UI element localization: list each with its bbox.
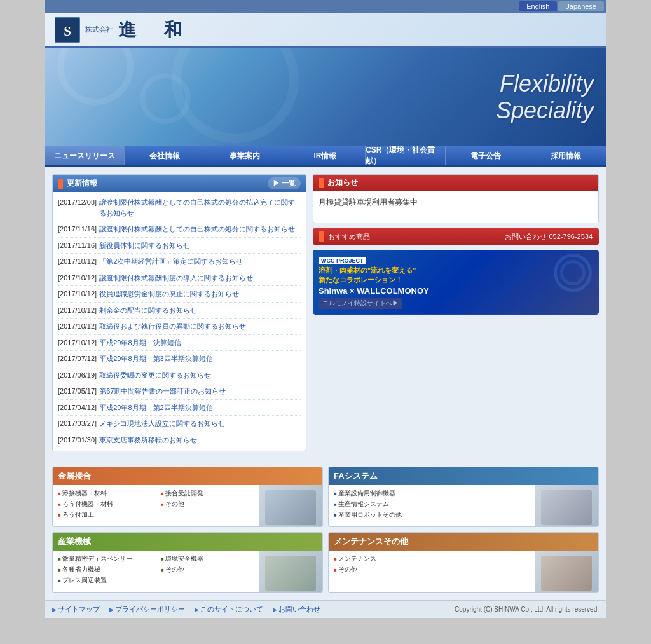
news-panel-title: 更新情報: [67, 178, 97, 189]
product-card-maintenance[interactable]: メンテナンスその他 メンテナンス その他: [328, 532, 599, 593]
footer-sitemap[interactable]: サイトマップ: [52, 605, 100, 614]
news-link[interactable]: 役員退職慰労金制度の廃止に関するお知らせ: [99, 289, 239, 299]
nav-news[interactable]: ニュースリリース: [45, 146, 125, 165]
product-grid: 金属接合 溶接機器・材料 ろう付機器・材料 ろう付加工 接合受託開発 その他 F…: [45, 459, 606, 600]
wcc-brand: Shinwa × WALLCOLMONOY: [319, 286, 429, 296]
product-metal-img: [259, 485, 322, 527]
header: S 株式会社 進 和: [45, 13, 606, 48]
footer: サイトマップ プライバシーポリシー このサイトについて お問い合わせ Copyr…: [45, 600, 606, 618]
product-machine-header: 産業機械: [53, 533, 322, 551]
metal-item-2: ろう付機器・材料: [58, 498, 151, 509]
wcc-banner-content: WCC PROJECT 溶剤・肉盛材の"流れを変える" 新たなコラボレーション！…: [319, 256, 429, 309]
news-link[interactable]: 第67期中間報告書の一部訂正のお知らせ: [99, 386, 226, 397]
news-item: [2017/07/12]平成29年8月期 第3四半期決算短信: [58, 351, 301, 367]
wcc-text2: 新たなコラボレーション！: [319, 275, 429, 285]
nav-company[interactable]: 会社情報: [125, 146, 205, 165]
news-date: [2017/10/12]: [58, 305, 97, 316]
metal-item-5: その他: [161, 498, 254, 509]
news-link[interactable]: 譲渡制限付株式報酬としての自己株式の処分に関するお知らせ: [99, 224, 295, 235]
news-link[interactable]: 「第2次中期経営計画」策定に関するお知らせ: [99, 256, 243, 267]
wcc-link[interactable]: コルモノイ特設サイトへ▶: [319, 298, 402, 309]
news-link[interactable]: 譲渡制限付株式報酬としての自己株式の処分の払込完了に関するお知らせ: [99, 197, 301, 218]
news-link[interactable]: 平成29年8月期 決算短信: [99, 338, 181, 348]
product-metal-header: 金属接合: [53, 467, 322, 485]
nav-csr[interactable]: CSR（環境・社会貢献）: [366, 146, 446, 165]
news-date: [2017/11/16]: [58, 224, 97, 235]
news-date: [2017/10/12]: [58, 256, 97, 267]
notice-body: 月極貸貸駐車場利用者募集中: [313, 191, 598, 223]
copyright: Copyright (C) SHINWA Co., Ltd. All right…: [455, 606, 599, 613]
news-item: [2017/10/12]役員退職慰労金制度の廃止に関するお知らせ: [58, 286, 301, 303]
news-list: [2017/12/08]譲渡制限付株式報酬としての自己株式の処分の払込完了に関す…: [53, 192, 306, 451]
news-link[interactable]: 剰余金の配当に関するお知らせ: [99, 305, 197, 316]
product-maintenance-header: メンテナンスその他: [329, 533, 598, 551]
product-fa-img: [535, 485, 598, 527]
news-date: [2017/10/12]: [58, 338, 97, 348]
news-item: [2017/05/17]第67期中間報告書の一部訂正のお知らせ: [58, 383, 301, 400]
news-item: [2017/03/27]メキシコ現地法人設立に関するお知らせ: [58, 416, 301, 432]
product-card-machine[interactable]: 産業機械 微量精密ディスペンサー 各種省力機械 プレス周辺装置 環境安全機器 そ…: [52, 532, 323, 593]
recommend-icon: [319, 231, 324, 242]
news-link[interactable]: 新役員体制に関するお知らせ: [99, 240, 190, 251]
news-item: [2017/10/12]平成29年8月期 決算短信: [58, 335, 301, 352]
language-bar: English Japanese: [45, 0, 606, 13]
view-all-button[interactable]: ▶ 一覧: [268, 177, 301, 189]
logo[interactable]: S 株式会社 進 和: [55, 17, 187, 43]
product-metal-list2: 接合受託開発 その他: [156, 485, 259, 527]
maintenance-item-1: メンテナンス: [334, 553, 530, 564]
product-metal-body: 溶接機器・材料 ろう付機器・材料 ろう付加工 接合受託開発 その他: [53, 485, 322, 527]
logo-sub: 株式会社: [85, 25, 113, 34]
notice-icon: [319, 178, 324, 188]
news-item: [2017/10/12]「第2次中期経営計画」策定に関するお知らせ: [58, 254, 301, 270]
japanese-button[interactable]: Japanese: [558, 1, 604, 11]
news-date: [2017/05/17]: [58, 386, 97, 397]
logo-text: 進 和: [118, 18, 187, 42]
news-header-icon: [58, 179, 63, 189]
news-link[interactable]: 譲渡制限付株式報酬制度の導入に関するお知らせ: [99, 273, 253, 284]
footer-contact[interactable]: お問い合わせ: [273, 605, 320, 614]
banner-line1: Flexibility: [496, 71, 594, 97]
machine-item-3: プレス周辺装置: [58, 575, 151, 586]
news-link[interactable]: 平成29年8月期 第2四半期決算短信: [99, 402, 212, 413]
news-item: [2017/12/08]譲渡制限付株式報酬としての自己株式の処分の払込完了に関す…: [58, 195, 301, 221]
news-link[interactable]: 取締役および執行役員の異動に関するお知らせ: [99, 321, 246, 332]
product-machine-list: 微量精密ディスペンサー 各種省力機械 プレス周辺装置: [53, 551, 156, 593]
news-item: [2017/11/16]譲渡制限付株式報酬としての自己株式の処分に関するお知らせ: [58, 221, 301, 238]
news-item: [2017/10/12]譲渡制限付株式報酬制度の導入に関するお知らせ: [58, 270, 301, 287]
svg-text:S: S: [64, 23, 71, 38]
product-card-metal[interactable]: 金属接合 溶接機器・材料 ろう付機器・材料 ろう付加工 接合受託開発 その他: [52, 467, 323, 527]
footer-privacy[interactable]: プライバシーポリシー: [109, 605, 185, 614]
english-button[interactable]: English: [519, 1, 557, 11]
metal-item-3: ろう付加工: [58, 509, 151, 520]
banner-text: Flexibility Speciality: [496, 71, 594, 124]
news-item: [2017/01/30]東京支店事務所移転のお知らせ: [58, 432, 301, 449]
main-content: 更新情報 ▶ 一覧 [2017/12/08]譲渡制限付株式報酬としての自己株式の…: [45, 167, 606, 459]
nav-business[interactable]: 事業案内: [205, 146, 285, 165]
wcc-banner[interactable]: WCC PROJECT 溶剤・肉盛材の"流れを変える" 新たなコラボレーション！…: [313, 250, 599, 315]
notice-title: お知らせ: [327, 177, 358, 188]
news-date: [2017/11/16]: [58, 240, 97, 251]
fa-item-3: 産業用ロボットその他: [334, 509, 530, 520]
nav-recruit[interactable]: 採用情報: [526, 146, 606, 165]
banner: Flexibility Speciality: [45, 48, 606, 146]
recommend-bar: おすすめ商品 お問い合わせ 052-796-2534: [313, 228, 599, 245]
logo-icon: S: [55, 17, 80, 43]
news-link[interactable]: 平成29年8月期 第3四半期決算短信: [99, 353, 212, 364]
news-date: [2017/06/19]: [58, 370, 97, 381]
product-card-fa[interactable]: FAシステム 産業設備用制御機器 生産情報システム 産業用ロボットその他: [328, 467, 599, 527]
news-item: [2017/10/12]取締役および執行役員の異動に関するお知らせ: [58, 319, 301, 335]
fa-item-1: 産業設備用制御機器: [334, 488, 530, 498]
banner-line2: Speciality: [496, 97, 594, 124]
nav-ir[interactable]: IR情報: [285, 146, 366, 165]
machine-item-4: 環境安全機器: [161, 553, 254, 564]
news-link[interactable]: 取締役委嘱の変更に関するお知らせ: [99, 370, 211, 381]
nav-notice[interactable]: 電子公告: [446, 146, 526, 165]
news-date: [2017/01/30]: [58, 435, 97, 446]
recommend-label: おすすめ商品: [328, 232, 370, 242]
product-fa-list: 産業設備用制御機器 生産情報システム 産業用ロボットその他: [329, 485, 535, 527]
wcc-text1: 溶剤・肉盛材の"流れを変える": [319, 266, 429, 275]
news-link[interactable]: 東京支店事務所移転のお知らせ: [99, 435, 197, 446]
footer-about[interactable]: このサイトについて: [195, 605, 263, 614]
product-machine-list2: 環境安全機器 その他: [156, 551, 259, 593]
news-link[interactable]: メキシコ現地法人設立に関するお知らせ: [99, 418, 225, 429]
